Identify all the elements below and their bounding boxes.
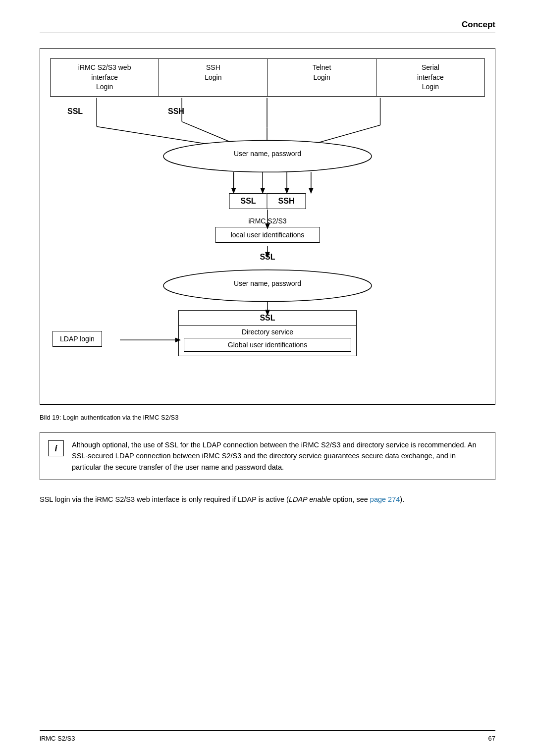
ssh-top-label: SSH [168, 107, 184, 116]
footer: iRMC S2/S3 67 [40, 730, 495, 742]
svg-line-4 [182, 122, 243, 148]
diagram-caption: Bild 19: Login authentication via the iR… [40, 414, 495, 421]
svg-marker-5 [241, 145, 247, 150]
local-user-box: local user identifications [215, 227, 320, 243]
para-italic: LDAP enable [289, 495, 331, 503]
mid-ssl-box: SSL [229, 193, 267, 209]
login-box-irmc-web-label: iRMC S2/S3 webinterfaceLogin [78, 63, 131, 91]
bottom-ssl-label: SSL [179, 311, 356, 326]
login-box-serial-label: SerialinterfaceLogin [417, 63, 444, 91]
svg-marker-11 [298, 145, 304, 150]
svg-line-1 [97, 127, 229, 148]
info-box: i Although optional, the use of SSL for … [40, 432, 495, 480]
svg-marker-2 [226, 145, 233, 150]
mid-ssl-ssh-row: SSL SSH [229, 193, 306, 209]
irmc-s2s3-label: iRMC S2/S3 [248, 217, 286, 225]
ellipse2-text: User name, password [234, 279, 301, 287]
para-text-end: ). [400, 495, 404, 503]
directory-service-label: Directory service [179, 326, 356, 338]
svg-marker-20 [309, 188, 314, 194]
bottom-box: SSL Directory service Global user identi… [178, 310, 357, 356]
ssl-top-label: SSL [67, 107, 83, 116]
page-link[interactable]: page 274 [370, 495, 400, 503]
login-box-telnet-label: TelnetLogin [313, 63, 331, 81]
ssl-mid-label: SSL [260, 253, 275, 262]
login-box-telnet: TelnetLogin [268, 58, 376, 97]
info-icon: i [48, 440, 64, 456]
login-box-ssh: SSHLogin [159, 58, 267, 97]
svg-marker-26 [265, 273, 270, 279]
login-box-ssh-label: SSHLogin [205, 63, 221, 81]
page-title: Concept [462, 20, 495, 30]
global-user-box: Global user identifications [184, 338, 351, 352]
para-text-before: SSL login via the iRMC S2/S3 web interfa… [40, 495, 289, 503]
footer-left: iRMC S2/S3 [40, 735, 75, 742]
main-paragraph: SSL login via the iRMC S2/S3 web interfa… [40, 494, 495, 505]
ldap-box: LDAP login [53, 331, 102, 347]
svg-line-10 [301, 125, 380, 148]
ellipse1-text: User name, password [234, 150, 301, 158]
mid-ssh-box: SSH [267, 193, 306, 209]
footer-right: 67 [488, 735, 495, 742]
login-box-serial: SerialinterfaceLogin [376, 58, 485, 97]
info-text: Although optional, the use of SSL for th… [72, 439, 487, 473]
para-text-after-italic: option, see [331, 495, 370, 503]
login-box-irmc-web: iRMC S2/S3 webinterfaceLogin [50, 58, 159, 97]
diagram: iRMC S2/S3 webinterfaceLogin SSHLogin Te… [40, 48, 495, 405]
svg-marker-8 [265, 141, 269, 147]
